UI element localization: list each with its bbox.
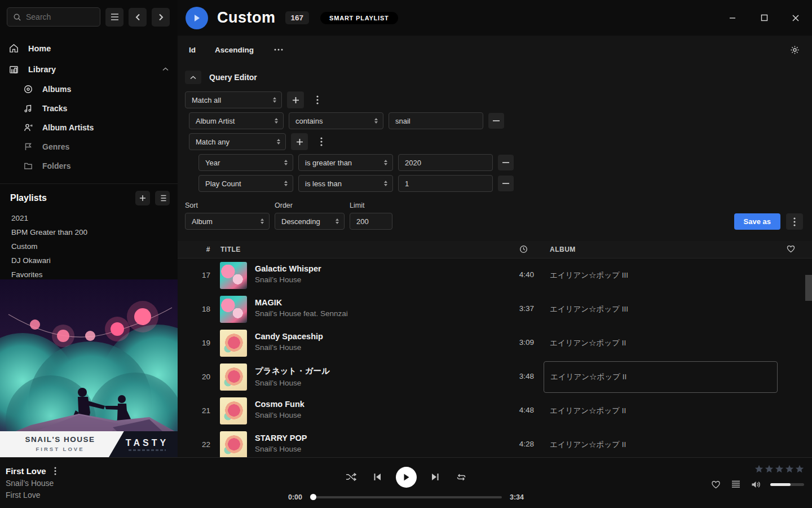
track-album[interactable]: エイリアン☆ポップ II (544, 429, 778, 457)
sidebar-item-albums[interactable]: Albums (0, 80, 178, 99)
track-title-cell[interactable]: プラネット・ガール Snail’s House (255, 366, 330, 387)
sort-direction-button[interactable]: Ascending (215, 46, 254, 54)
repeat-button[interactable] (454, 470, 469, 484)
now-playing-album[interactable]: First Love (6, 491, 56, 500)
playlist-item[interactable]: DJ Okawari (10, 253, 170, 268)
volume-icon[interactable] (750, 478, 762, 491)
rule-value-input[interactable] (398, 175, 493, 192)
track-title-cell[interactable]: Cosmo Funk Snail’s House (255, 400, 304, 419)
volume-slider[interactable] (770, 483, 804, 486)
now-playing-info[interactable]: First Love Snail’s House First Love (6, 466, 56, 500)
track-artist[interactable]: Snail’s House (255, 275, 321, 284)
now-playing-artist[interactable]: Snail’s House (6, 479, 56, 488)
track-album[interactable]: エイリアン☆ポップ II (544, 327, 778, 359)
remove-rule-button[interactable] (498, 176, 514, 191)
table-row[interactable]: 18 MAGIK Snail’s House feat. Sennzai 3:3… (178, 292, 812, 326)
shuffle-button[interactable] (344, 470, 359, 484)
now-playing-album-art[interactable]: SNAIL'S HOUSE FIRST LOVE TASTY (0, 279, 178, 457)
remove-rule-button[interactable] (498, 155, 514, 170)
playlist-item[interactable]: BPM Greater than 200 (10, 225, 170, 239)
track-title[interactable]: STARRY POP (255, 433, 307, 443)
query-sort-select[interactable]: Album (185, 213, 270, 230)
track-title-cell[interactable]: Candy Spaceship Snail’s House (255, 332, 323, 352)
column-header-title[interactable]: TITLE (220, 246, 241, 253)
track-title-cell[interactable]: Galactic Whisper Snail’s House (255, 264, 321, 284)
rule-field-select[interactable]: Album Artist (189, 112, 284, 129)
play-pause-button[interactable] (396, 467, 417, 488)
search-input[interactable] (26, 12, 88, 21)
track-options-icon[interactable] (54, 467, 56, 475)
track-title-cell[interactable]: MAGIK Snail’s House feat. Sennzai (255, 298, 348, 318)
play-playlist-button[interactable] (186, 7, 208, 29)
table-row[interactable]: 21 Cosmo Funk Snail’s House 4:48 エイリアン☆ポ… (178, 394, 812, 428)
table-scrollbar[interactable] (805, 275, 812, 301)
sidebar-item-home[interactable]: Home (0, 38, 178, 59)
remove-rule-button[interactable] (488, 113, 504, 129)
window-close-button[interactable] (787, 10, 804, 27)
playlist-item[interactable]: Custom (10, 239, 170, 253)
nav-forward-button[interactable] (152, 8, 170, 27)
column-header-index[interactable]: # (200, 246, 210, 253)
table-row[interactable]: 22 STARRY POP Snail’s House 4:28 エイリアン☆ポ… (178, 428, 812, 457)
more-options-icon[interactable] (274, 49, 283, 51)
add-rule-button[interactable] (287, 91, 304, 108)
add-playlist-button[interactable] (135, 191, 150, 205)
favorite-heart-icon[interactable] (787, 245, 795, 253)
table-row[interactable]: 20 プラネット・ガール Snail’s House 3:48 エイリアン☆ポッ… (178, 360, 812, 394)
sidebar-item-genres[interactable]: Genres (0, 137, 178, 156)
track-album[interactable]: エイリアン☆ポップ II (544, 361, 778, 393)
next-track-button[interactable] (428, 470, 443, 484)
track-artist[interactable]: Snail’s House (255, 379, 330, 387)
rule-field-select[interactable]: Year (198, 154, 293, 171)
track-artist[interactable]: Snail’s House (255, 411, 304, 419)
favorite-heart-button[interactable] (709, 478, 722, 491)
star-icon[interactable] (754, 465, 764, 473)
track-album[interactable]: エイリアン☆ポップ III (544, 294, 778, 325)
track-album[interactable]: エイリアン☆ポップ II (544, 395, 778, 427)
query-order-select[interactable]: Descending (275, 213, 345, 230)
save-options-icon[interactable] (786, 213, 803, 230)
track-title-cell[interactable]: STARRY POP Snail’s House (255, 433, 307, 453)
match-type-select[interactable]: Match all (185, 91, 282, 108)
track-artist[interactable]: Snail’s House (255, 343, 323, 352)
rating-stars[interactable] (754, 465, 804, 473)
track-album[interactable]: エイリアン☆ポップ III (544, 260, 778, 291)
track-artist[interactable]: Snail’s House feat. Sennzai (255, 309, 348, 318)
settings-gear-icon[interactable] (790, 45, 800, 55)
save-as-button[interactable]: Save as (734, 213, 780, 230)
seek-handle[interactable] (310, 494, 316, 500)
sidebar-item-folders[interactable]: Folders (0, 156, 178, 176)
playlist-list-button[interactable] (155, 191, 170, 205)
menu-button[interactable] (105, 8, 123, 27)
track-title[interactable]: プラネット・ガール (255, 366, 330, 376)
rule-field-select[interactable]: Play Count (198, 175, 293, 192)
playlist-item[interactable]: 2021 (10, 211, 170, 225)
rule-operator-select[interactable]: contains (289, 112, 383, 129)
rule-operator-select[interactable]: is less than (298, 175, 393, 192)
window-maximize-button[interactable] (756, 10, 773, 27)
queue-button[interactable] (730, 478, 742, 491)
table-row[interactable]: 19 Candy Spaceship Snail’s House 3:09 エイ… (178, 326, 812, 360)
now-playing-track[interactable]: First Love (6, 466, 46, 476)
group-options-icon[interactable] (309, 91, 326, 108)
track-title[interactable]: Candy Spaceship (255, 332, 323, 341)
track-artist[interactable]: Snail’s House (255, 445, 307, 453)
add-group-rule-button[interactable] (291, 133, 308, 150)
query-limit-input[interactable] (350, 213, 392, 230)
window-minimize-button[interactable] (724, 10, 741, 27)
rule-operator-select[interactable]: is greater than (298, 154, 393, 171)
star-icon[interactable] (775, 465, 784, 473)
track-title[interactable]: MAGIK (255, 298, 348, 307)
nav-back-button[interactable] (129, 8, 147, 27)
sidebar-item-library[interactable]: Library (0, 59, 178, 80)
star-icon[interactable] (785, 465, 794, 473)
sidebar-item-album-artists[interactable]: Album Artists (0, 118, 178, 137)
sidebar-item-tracks[interactable]: Tracks (0, 99, 178, 118)
star-icon[interactable] (765, 465, 774, 473)
rule-value-input[interactable] (398, 154, 493, 171)
collapse-query-editor-button[interactable] (185, 71, 201, 84)
chevron-up-icon[interactable] (162, 67, 169, 71)
track-title[interactable]: Galactic Whisper (255, 264, 321, 273)
search-box[interactable] (7, 7, 100, 27)
sort-field-button[interactable]: Id (189, 46, 196, 54)
